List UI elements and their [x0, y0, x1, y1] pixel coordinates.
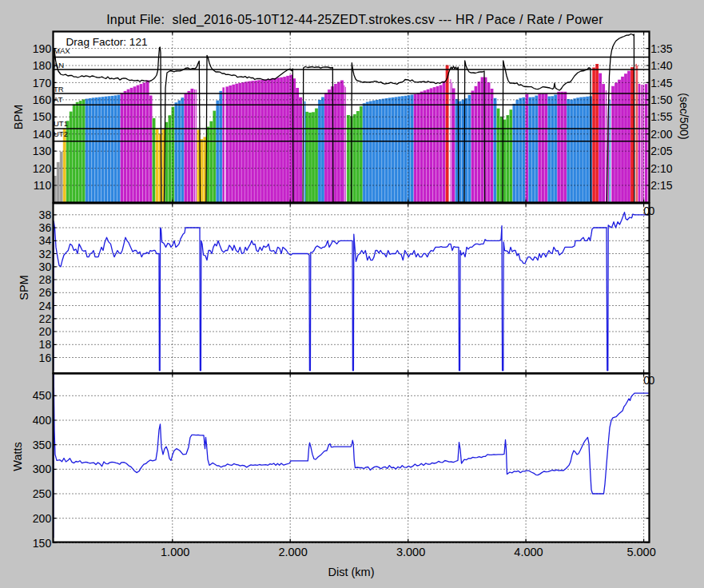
svg-text:1:35: 1:35 [650, 42, 672, 55]
svg-text:170: 170 [33, 77, 52, 89]
svg-text:4.000: 4.000 [514, 546, 543, 558]
svg-text:400: 400 [33, 414, 52, 427]
svg-text:1:55: 1:55 [650, 110, 672, 123]
svg-text:1:50: 1:50 [650, 93, 672, 106]
svg-text:Dist (km): Dist (km) [328, 566, 375, 578]
svg-text:1:45: 1:45 [650, 77, 672, 89]
svg-text:22: 22 [39, 312, 52, 325]
svg-text:34: 34 [39, 234, 52, 247]
svg-text:SPM: SPM [18, 275, 30, 300]
svg-text:Watts: Watts [11, 442, 24, 471]
svg-text:200: 200 [33, 512, 52, 525]
svg-text:MAX: MAX [54, 46, 70, 55]
svg-text:2:05: 2:05 [650, 145, 672, 157]
svg-text:120: 120 [33, 162, 52, 175]
svg-text:140: 140 [33, 128, 52, 141]
svg-text:38: 38 [39, 209, 52, 221]
svg-text:TR: TR [54, 85, 64, 93]
svg-text:130: 130 [33, 145, 52, 157]
svg-text:36: 36 [39, 221, 52, 234]
svg-text:2:00: 2:00 [650, 128, 672, 141]
svg-text:20: 20 [39, 325, 52, 338]
svg-text:1:40: 1:40 [650, 59, 672, 72]
svg-text:(sec/500): (sec/500) [678, 93, 690, 139]
svg-text:2:15: 2:15 [650, 179, 672, 192]
svg-text:150: 150 [33, 110, 52, 123]
svg-text:26: 26 [39, 286, 52, 299]
svg-text:Drag Factor: 121: Drag Factor: 121 [66, 36, 148, 48]
svg-text:UT1: UT1 [54, 119, 68, 128]
svg-text:Input File: sled_2016-05-10T1: Input File: sled_2016-05-10T12-44-25ZEDT… [106, 13, 603, 27]
svg-text:300: 300 [33, 463, 52, 475]
svg-text:32: 32 [39, 248, 52, 260]
svg-text:450: 450 [33, 389, 52, 402]
svg-text:3.000: 3.000 [396, 546, 425, 558]
svg-text:5.000: 5.000 [626, 546, 655, 558]
svg-text:28: 28 [39, 273, 52, 286]
svg-text:2:10: 2:10 [650, 162, 672, 175]
svg-text:2.000: 2.000 [278, 546, 307, 558]
svg-text:190: 190 [33, 42, 52, 55]
svg-text:350: 350 [33, 439, 52, 451]
svg-text:18: 18 [39, 338, 52, 351]
svg-text:180: 180 [33, 59, 52, 72]
svg-text:110: 110 [34, 179, 52, 192]
svg-text:160: 160 [33, 93, 52, 106]
svg-text:BPM: BPM [12, 105, 25, 129]
svg-text:30: 30 [39, 260, 52, 273]
svg-text:24: 24 [39, 300, 52, 312]
svg-text:AN: AN [54, 61, 64, 70]
svg-text:16: 16 [39, 352, 52, 364]
svg-text:150: 150 [33, 537, 52, 550]
svg-text:250: 250 [33, 487, 52, 500]
svg-text:1.000: 1.000 [161, 546, 189, 558]
